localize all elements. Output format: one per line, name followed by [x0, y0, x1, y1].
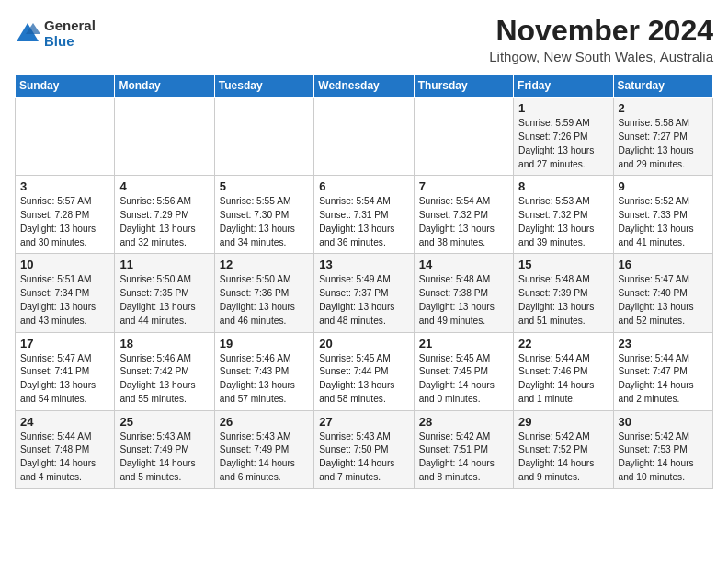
day-number: 6 [319, 179, 408, 193]
day-cell: 9Sunrise: 5:52 AM Sunset: 7:33 PM Daylig… [613, 176, 712, 254]
day-number: 14 [419, 258, 508, 271]
week-row-4: 17Sunrise: 5:47 AM Sunset: 7:41 PM Dayli… [16, 332, 713, 410]
day-cell: 19Sunrise: 5:46 AM Sunset: 7:43 PM Dayli… [214, 332, 313, 410]
day-cell: 17Sunrise: 5:47 AM Sunset: 7:41 PM Dayli… [16, 332, 115, 410]
day-info: Sunrise: 5:43 AM Sunset: 7:49 PM Dayligh… [220, 431, 309, 485]
day-info: Sunrise: 5:52 AM Sunset: 7:33 PM Dayligh… [619, 195, 708, 249]
day-info: Sunrise: 5:46 AM Sunset: 7:43 PM Dayligh… [220, 352, 309, 407]
day-cell: 10Sunrise: 5:51 AM Sunset: 7:34 PM Dayli… [16, 254, 115, 332]
day-cell: 7Sunrise: 5:54 AM Sunset: 7:32 PM Daylig… [414, 176, 513, 254]
day-number: 16 [619, 258, 708, 271]
day-info: Sunrise: 5:54 AM Sunset: 7:31 PM Dayligh… [319, 195, 408, 249]
day-cell: 22Sunrise: 5:44 AM Sunset: 7:46 PM Dayli… [514, 332, 613, 410]
logo-general-text: General [44, 18, 96, 34]
day-info: Sunrise: 5:48 AM Sunset: 7:38 PM Dayligh… [419, 273, 508, 327]
day-number: 8 [518, 179, 608, 193]
day-info: Sunrise: 5:44 AM Sunset: 7:48 PM Dayligh… [20, 431, 109, 485]
header: General Blue November 2024 Lithgow, New … [15, 15, 713, 64]
day-info: Sunrise: 5:56 AM Sunset: 7:29 PM Dayligh… [119, 195, 209, 249]
day-number: 29 [518, 415, 608, 429]
day-cell: 24Sunrise: 5:44 AM Sunset: 7:48 PM Dayli… [16, 410, 115, 488]
day-number: 23 [619, 337, 708, 350]
day-number: 20 [319, 337, 408, 350]
day-number: 15 [518, 258, 608, 271]
day-number: 25 [119, 415, 209, 429]
logo-icon [15, 21, 40, 47]
day-info: Sunrise: 5:55 AM Sunset: 7:30 PM Dayligh… [220, 195, 309, 249]
logo: General Blue [15, 18, 96, 49]
calendar-table: SundayMondayTuesdayWednesdayThursdayFrid… [15, 74, 713, 489]
day-cell: 15Sunrise: 5:48 AM Sunset: 7:39 PM Dayli… [514, 254, 613, 332]
day-info: Sunrise: 5:48 AM Sunset: 7:39 PM Dayligh… [518, 273, 608, 327]
day-info: Sunrise: 5:50 AM Sunset: 7:35 PM Dayligh… [119, 273, 209, 327]
day-cell: 27Sunrise: 5:43 AM Sunset: 7:50 PM Dayli… [314, 410, 414, 488]
day-number: 27 [319, 415, 408, 429]
col-header-sunday: Sunday [16, 75, 115, 98]
day-cell [314, 98, 414, 176]
day-info: Sunrise: 5:42 AM Sunset: 7:53 PM Dayligh… [619, 431, 708, 485]
day-number: 2 [619, 101, 708, 115]
day-info: Sunrise: 5:43 AM Sunset: 7:49 PM Dayligh… [119, 431, 209, 485]
day-cell [214, 98, 313, 176]
col-header-wednesday: Wednesday [314, 75, 414, 98]
day-info: Sunrise: 5:45 AM Sunset: 7:45 PM Dayligh… [419, 352, 508, 407]
day-info: Sunrise: 5:42 AM Sunset: 7:52 PM Dayligh… [518, 431, 608, 485]
day-number: 22 [518, 337, 608, 350]
day-cell: 3Sunrise: 5:57 AM Sunset: 7:28 PM Daylig… [16, 176, 115, 254]
day-info: Sunrise: 5:57 AM Sunset: 7:28 PM Dayligh… [20, 195, 109, 249]
day-info: Sunrise: 5:44 AM Sunset: 7:46 PM Dayligh… [518, 352, 608, 407]
day-number: 24 [20, 415, 109, 429]
day-info: Sunrise: 5:45 AM Sunset: 7:44 PM Dayligh… [319, 352, 408, 407]
week-row-5: 24Sunrise: 5:44 AM Sunset: 7:48 PM Dayli… [16, 410, 713, 488]
day-info: Sunrise: 5:44 AM Sunset: 7:47 PM Dayligh… [619, 352, 708, 407]
day-number: 21 [419, 337, 508, 350]
day-cell: 23Sunrise: 5:44 AM Sunset: 7:47 PM Dayli… [613, 332, 712, 410]
day-number: 26 [220, 415, 309, 429]
day-cell: 4Sunrise: 5:56 AM Sunset: 7:29 PM Daylig… [115, 176, 214, 254]
day-number: 10 [20, 258, 109, 271]
day-cell: 20Sunrise: 5:45 AM Sunset: 7:44 PM Dayli… [314, 332, 414, 410]
day-info: Sunrise: 5:47 AM Sunset: 7:41 PM Dayligh… [20, 352, 109, 407]
day-cell: 1Sunrise: 5:59 AM Sunset: 7:26 PM Daylig… [514, 98, 613, 176]
month-title: November 2024 [489, 15, 713, 47]
day-cell: 30Sunrise: 5:42 AM Sunset: 7:53 PM Dayli… [613, 410, 712, 488]
day-number: 18 [119, 337, 209, 350]
day-number: 5 [220, 179, 309, 193]
day-info: Sunrise: 5:46 AM Sunset: 7:42 PM Dayligh… [119, 352, 209, 407]
day-number: 17 [20, 337, 109, 350]
day-number: 12 [220, 258, 309, 271]
day-cell: 21Sunrise: 5:45 AM Sunset: 7:45 PM Dayli… [414, 332, 513, 410]
day-cell: 26Sunrise: 5:43 AM Sunset: 7:49 PM Dayli… [214, 410, 313, 488]
day-number: 3 [20, 179, 109, 193]
day-number: 7 [419, 179, 508, 193]
day-cell: 8Sunrise: 5:53 AM Sunset: 7:32 PM Daylig… [514, 176, 613, 254]
day-number: 1 [518, 101, 608, 115]
col-header-saturday: Saturday [613, 75, 712, 98]
day-info: Sunrise: 5:43 AM Sunset: 7:50 PM Dayligh… [319, 431, 408, 485]
day-cell [414, 98, 513, 176]
week-row-1: 1Sunrise: 5:59 AM Sunset: 7:26 PM Daylig… [16, 98, 713, 176]
day-number: 4 [119, 179, 209, 193]
day-cell: 18Sunrise: 5:46 AM Sunset: 7:42 PM Dayli… [115, 332, 214, 410]
day-info: Sunrise: 5:51 AM Sunset: 7:34 PM Dayligh… [20, 273, 109, 327]
col-header-monday: Monday [115, 75, 214, 98]
header-row: SundayMondayTuesdayWednesdayThursdayFrid… [16, 75, 713, 98]
day-number: 19 [220, 337, 309, 350]
day-info: Sunrise: 5:42 AM Sunset: 7:51 PM Dayligh… [419, 431, 508, 485]
day-number: 11 [119, 258, 209, 271]
day-cell: 28Sunrise: 5:42 AM Sunset: 7:51 PM Dayli… [414, 410, 513, 488]
day-number: 28 [419, 415, 508, 429]
day-cell: 5Sunrise: 5:55 AM Sunset: 7:30 PM Daylig… [214, 176, 313, 254]
day-cell: 25Sunrise: 5:43 AM Sunset: 7:49 PM Dayli… [115, 410, 214, 488]
day-cell: 16Sunrise: 5:47 AM Sunset: 7:40 PM Dayli… [613, 254, 712, 332]
day-info: Sunrise: 5:59 AM Sunset: 7:26 PM Dayligh… [518, 117, 608, 171]
logo-blue-text: Blue [44, 34, 96, 50]
day-cell: 2Sunrise: 5:58 AM Sunset: 7:27 PM Daylig… [613, 98, 712, 176]
day-info: Sunrise: 5:53 AM Sunset: 7:32 PM Dayligh… [518, 195, 608, 249]
day-info: Sunrise: 5:47 AM Sunset: 7:40 PM Dayligh… [619, 273, 708, 327]
day-info: Sunrise: 5:58 AM Sunset: 7:27 PM Dayligh… [619, 117, 708, 171]
day-info: Sunrise: 5:49 AM Sunset: 7:37 PM Dayligh… [319, 273, 408, 327]
day-cell: 12Sunrise: 5:50 AM Sunset: 7:36 PM Dayli… [214, 254, 313, 332]
day-cell: 13Sunrise: 5:49 AM Sunset: 7:37 PM Dayli… [314, 254, 414, 332]
day-cell: 6Sunrise: 5:54 AM Sunset: 7:31 PM Daylig… [314, 176, 414, 254]
